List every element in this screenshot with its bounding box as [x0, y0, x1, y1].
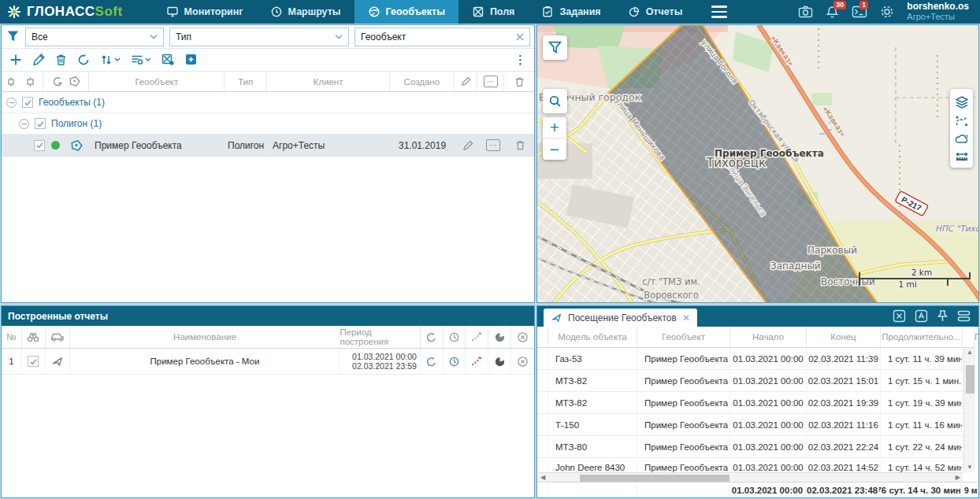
column-header-end[interactable]: Конец	[807, 327, 881, 347]
scope-select[interactable]: Все	[25, 28, 164, 46]
summary-overflow: 9 м	[961, 486, 978, 494]
layers-icon[interactable]	[955, 95, 969, 109]
more-actions-menu[interactable]: ⋮	[514, 53, 526, 67]
edit-geoobject-button[interactable]	[32, 54, 45, 66]
column-header-client[interactable]: Клиент	[267, 72, 390, 91]
scrollbar-thumb[interactable]	[966, 365, 974, 394]
svg-text:1 mi: 1 mi	[898, 279, 916, 289]
routes-icon	[270, 6, 283, 18]
menu-monitoring[interactable]: Мониторинг	[153, 0, 257, 24]
edit-row-icon[interactable]	[462, 135, 473, 156]
geoobject-row[interactable]: Пример Геообъекта Полигон Агро+Тесты 31.…	[2, 135, 534, 157]
close-report-button[interactable]	[517, 356, 529, 368]
column-header-name[interactable]: Геообъект	[89, 72, 225, 91]
column-header-created[interactable]: Создано	[390, 72, 455, 91]
visit-row[interactable]: МТЗ-80Пример Геообъекта 01.03.2021 00:00…	[537, 436, 978, 458]
collapse-all-icon[interactable]	[8, 76, 20, 87]
refresh-button[interactable]	[77, 54, 90, 66]
tree-group-polygon[interactable]: Полигон (1)	[2, 113, 534, 135]
clear-search-icon[interactable]	[516, 33, 524, 41]
report-period-to: 02.03.2021 23:59	[352, 361, 417, 371]
export-excel-icon[interactable]	[893, 309, 906, 323]
show-track-button-active[interactable]	[471, 356, 483, 368]
scrollbar-thumb[interactable]	[580, 475, 729, 482]
track-icon[interactable]	[955, 115, 969, 128]
terminal-icon[interactable]: 1	[852, 6, 867, 18]
menu-tasks[interactable]: Задания	[528, 0, 614, 24]
close-tab-icon[interactable]: ✕	[682, 312, 690, 323]
column-header-type[interactable]: Тип	[225, 72, 267, 91]
sort-button[interactable]	[100, 54, 121, 66]
menu-routes[interactable]: Маршруты	[257, 0, 355, 24]
expand-all-icon[interactable]	[24, 76, 36, 87]
list-settings-button[interactable]	[131, 54, 151, 66]
map[interactable]: улица Меньшикова улица Гоголя Октябрьска…	[536, 24, 979, 303]
collapse-node-icon[interactable]	[19, 119, 29, 129]
add-to-map-button[interactable]	[185, 54, 199, 66]
settings-gear-icon[interactable]	[880, 5, 894, 19]
zoom-out-button[interactable]: −	[543, 139, 566, 160]
delete-row-icon[interactable]	[515, 135, 525, 156]
user-account-block[interactable]: borshenko.os Агро+Тесты	[907, 2, 972, 22]
history-clock-button[interactable]	[448, 356, 460, 368]
menu-fields[interactable]: Поля	[458, 0, 529, 24]
brand-text: ГЛОНАСС	[27, 4, 95, 19]
svg-text:Воровского: Воровского	[644, 290, 698, 301]
visit-row[interactable]: МТЗ-82Пример Геообъекта 01.03.2021 00:00…	[537, 392, 978, 414]
geo-tag-icon[interactable]	[69, 76, 80, 87]
filter-funnel-icon[interactable]	[6, 30, 20, 43]
column-header-geoobject[interactable]: Геообъект	[637, 327, 730, 347]
user-name: borshenko.os	[907, 2, 969, 12]
map-search-button[interactable]	[543, 89, 567, 113]
show-track-icon	[471, 331, 483, 343]
group-checkbox[interactable]	[22, 97, 33, 108]
map-filter-button[interactable]	[543, 35, 567, 60]
menu-reports[interactable]: Отчеты	[614, 0, 696, 24]
row-properties-icon[interactable]: ⋯	[486, 139, 500, 151]
vertical-scrollbar[interactable]: ▲▼	[963, 348, 975, 472]
column-header-start[interactable]: Начало	[730, 327, 807, 347]
notifications-bell-icon[interactable]: 30	[826, 6, 839, 19]
visit-row[interactable]: Т-150Пример Геообъекта 01.03.2021 00:000…	[537, 414, 978, 436]
chevron-down-icon	[145, 57, 151, 62]
panel-layout-icon[interactable]	[957, 310, 971, 322]
binoculars-icon	[27, 331, 39, 342]
tree-group-geoobjects[interactable]: Геообъекты (1)	[2, 92, 534, 113]
type-select[interactable]: Тип	[169, 28, 349, 46]
notifications-count-badge: 30	[833, 1, 846, 9]
tab-geoobject-visits[interactable]: Посещение Геообъектов ✕	[544, 309, 697, 327]
visit-row[interactable]: Газ-53Пример Геообъекта 01.03.2021 00:00…	[537, 348, 978, 370]
collapse-node-icon[interactable]	[6, 98, 17, 108]
geoobjects-table-header: Геообъект Тип Клиент Создано ⋯	[2, 72, 534, 92]
fields-icon	[472, 6, 484, 18]
camera-icon[interactable]	[798, 6, 813, 18]
add-geoobject-button[interactable]	[9, 54, 22, 66]
column-header-duration[interactable]: Продолжительно...	[881, 327, 963, 347]
messages-count-badge: 1	[859, 1, 868, 9]
row-checkbox[interactable]	[34, 140, 45, 151]
hide-on-map-button[interactable]	[161, 54, 175, 66]
rebuild-report-button[interactable]	[425, 356, 437, 368]
measure-ruler-icon[interactable]	[955, 150, 969, 161]
chevron-down-icon	[114, 57, 121, 62]
group-checkbox[interactable]	[35, 118, 46, 129]
pin-panel-icon[interactable]	[937, 309, 948, 323]
menu-geoobjects[interactable]: Геообъекты	[355, 0, 458, 24]
summary-start: 01.03.2021 00:00	[729, 482, 806, 497]
export-pdf-icon[interactable]	[915, 309, 928, 323]
visit-row[interactable]: МТЗ-82Пример Геообъекта 01.03.2021 00:00…	[537, 370, 978, 392]
visit-row[interactable]: John Deere 8430Пример Геообъекта 01.03.2…	[537, 458, 978, 472]
report-row[interactable]: 1 Пример Геообъекта - Мои 01.03.2021 00:…	[2, 349, 534, 375]
delete-geoobject-button[interactable]	[55, 54, 67, 66]
zoom-in-button[interactable]: +	[543, 117, 566, 139]
app-logo: ГЛОНАССSoft	[0, 4, 134, 20]
report-checkbox[interactable]	[28, 356, 39, 367]
geoobject-search-field[interactable]: Геообъект	[355, 28, 530, 46]
refresh-state-icon[interactable]	[52, 76, 64, 87]
weather-icon[interactable]	[955, 133, 969, 145]
column-header-model[interactable]: Модель объекта	[548, 327, 637, 347]
chart-pie-button[interactable]	[494, 356, 506, 368]
geofence-arrow-icon	[551, 312, 562, 323]
reports-panel-title: Построенные отчеты	[2, 306, 534, 326]
hamburger-menu-button[interactable]	[707, 1, 732, 23]
